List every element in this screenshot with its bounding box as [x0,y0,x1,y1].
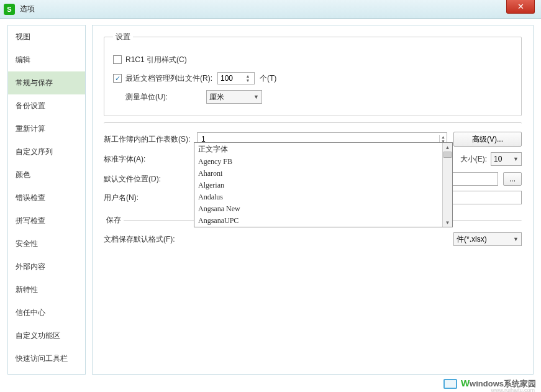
save-legend: 保存 [104,215,124,226]
sidebar-item-error-check[interactable]: 错误检查 [8,186,85,209]
sheets-label: 新工作簿内的工作表数(S): [104,134,197,145]
r1c1-label: R1C1 引用样式(C) [125,55,187,65]
window-title: 选项 [20,4,35,14]
font-option[interactable]: Aharoni [194,168,452,180]
browse-button[interactable]: ... [503,172,522,186]
sidebar-item-trust-center[interactable]: 信任中心 [8,301,85,324]
recent-checkbox[interactable] [113,74,122,83]
sidebar-item-backup[interactable]: 备份设置 [8,94,85,117]
default-loc-label: 默认文件位置(D): [104,174,197,185]
sidebar-item-security[interactable]: 安全性 [8,232,85,255]
font-option[interactable]: Algerian [194,180,452,191]
sidebar: 视图 编辑 常规与保存 备份设置 重新计算 自定义序列 颜色 错误检查 拼写检查… [7,25,86,375]
watermark-url: www.ruihaitu.com [491,387,535,392]
font-dropdown-list: 正文字体 Agency FB Aharoni Algerian Andalus … [194,142,453,227]
dropdown-scrollbar[interactable]: ▲ ▼ [442,143,452,227]
unit-label: 测量单位(U): [113,92,206,103]
font-option[interactable]: 正文字体 [194,143,452,156]
recent-unit-label: 个(T) [260,73,276,84]
chevron-down-icon: ▼ [513,156,519,162]
sidebar-item-view[interactable]: 视图 [8,25,85,48]
app-icon: S [4,4,15,15]
format-label: 文档保存默认格式(F): [104,234,197,245]
scroll-down-icon[interactable]: ▼ [443,218,452,227]
chevron-down-icon: ▼ [513,236,519,242]
font-option[interactable]: Agency FB [194,156,452,168]
size-label: 大小(E): [460,154,487,165]
sidebar-item-color[interactable]: 颜色 [8,163,85,186]
sidebar-item-qat[interactable]: 快速访问工具栏 [8,347,85,370]
font-option[interactable]: Angsana New [194,203,452,215]
font-label: 标准字体(A): [104,154,197,165]
sidebar-item-new-feature[interactable]: 新特性 [8,278,85,301]
sidebar-item-edit[interactable]: 编辑 [8,48,85,71]
advanced-button[interactable]: 高级(V)... [453,132,522,147]
spin-up-icon[interactable]: ▲ [244,74,252,78]
spin-up-icon[interactable]: ▲ [441,135,445,139]
recent-label: 最近文档管理列出文件(R): [125,73,212,84]
sidebar-item-general-save[interactable]: 常规与保存 [8,71,85,94]
recent-count-input[interactable]: 100 ▲▼ [217,72,255,84]
watermark-icon [443,379,457,389]
r1c1-checkbox[interactable] [113,55,122,64]
settings-fieldset: 设置 R1C1 引用样式(C) 最近文档管理列出文件(R): 100 ▲▼ 个(… [104,32,522,116]
scroll-up-icon[interactable]: ▲ [443,143,452,152]
close-button[interactable]: ✕ [506,0,535,14]
sidebar-item-external[interactable]: 外部内容 [8,255,85,278]
sidebar-item-recalc[interactable]: 重新计算 [8,117,85,140]
spin-down-icon[interactable]: ▼ [244,78,252,83]
format-select[interactable]: 件(*.xlsx)▼ [453,232,522,246]
chevron-down-icon: ▼ [253,94,259,100]
settings-legend: 设置 [113,32,133,42]
scroll-thumb[interactable] [443,152,452,158]
sidebar-item-spell-check[interactable]: 拼写检查 [8,209,85,232]
sidebar-item-custom-list[interactable]: 自定义序列 [8,140,85,163]
username-label: 用户名(N): [104,193,197,203]
unit-select[interactable]: 厘米▼ [206,90,262,104]
font-option[interactable]: AngsanaUPC [194,215,452,227]
size-select[interactable]: 10▼ [491,152,522,166]
sidebar-item-custom-ribbon[interactable]: 自定义功能区 [8,324,85,347]
font-option[interactable]: Andalus [194,191,452,203]
